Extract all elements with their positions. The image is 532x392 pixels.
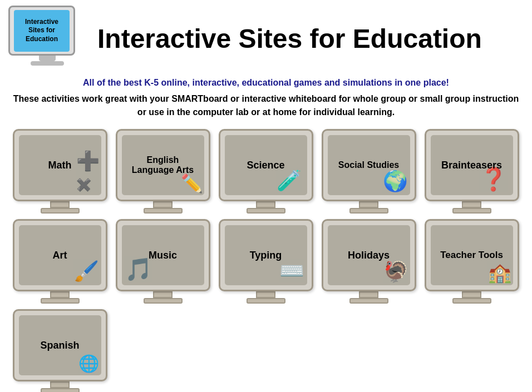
subject-grid: Math ➕✖️ English Language Arts ✏️ Scienc… xyxy=(8,129,524,392)
monitor-body-ela: English Language Arts ✏️ xyxy=(116,129,210,201)
subtitle: All of the best K-5 online, interactive,… xyxy=(8,78,524,88)
label-brainteasers: Brainteasers xyxy=(441,160,502,171)
monitor-base-ela xyxy=(144,208,183,214)
math-icon: ➕✖️ xyxy=(76,150,100,193)
monitor-body-math: Math ➕✖️ xyxy=(13,129,107,201)
label-art: Art xyxy=(53,250,67,261)
ela-icon: ✏️ xyxy=(181,173,203,194)
monitor-base-typing xyxy=(247,298,285,304)
monitor-screen-typing: Typing ⌨️ xyxy=(225,225,307,285)
art-icon: 🖌️ xyxy=(74,260,99,283)
monitor-base-science xyxy=(247,208,285,214)
logo: InteractiveSites forEducation xyxy=(8,6,86,72)
monitor-base-brainteasers xyxy=(452,208,491,214)
logo-monitor: InteractiveSites forEducation xyxy=(8,6,75,56)
monitor-screen-ela: English Language Arts ✏️ xyxy=(122,135,204,195)
monitor-stand-spanish xyxy=(50,381,70,388)
monitor-stand-science xyxy=(256,201,275,208)
monitor-screen-art: Art 🖌️ xyxy=(19,225,101,285)
social-icon: 🌍 xyxy=(383,170,408,193)
subject-art[interactable]: Art 🖌️ xyxy=(11,219,109,304)
subject-math[interactable]: Math ➕✖️ xyxy=(11,129,109,214)
monitor-body-brainteasers: Brainteasers ❓ xyxy=(425,129,519,201)
label-teacher: Teacher Tools xyxy=(440,250,503,261)
label-science: Science xyxy=(247,160,284,171)
monitor-stand-teacher xyxy=(462,291,481,298)
monitor-base-music xyxy=(144,298,183,304)
monitor-screen-music: Music 🎵 xyxy=(122,225,204,285)
subject-brainteasers[interactable]: Brainteasers ❓ xyxy=(423,129,520,214)
subject-science[interactable]: Science 🧪 xyxy=(217,129,314,214)
label-music: Music xyxy=(149,250,177,261)
description: These activities work great with your SM… xyxy=(8,92,524,119)
monitor-body-spanish: Spanish 🌐 xyxy=(13,309,107,381)
monitor-screen-brainteasers: Brainteasers ❓ xyxy=(431,135,513,195)
subject-spanish[interactable]: Spanish 🌐 xyxy=(11,309,109,392)
monitor-body-holidays: Holidays 🦃 xyxy=(322,219,416,291)
logo-base xyxy=(31,61,64,66)
label-spanish: Spanish xyxy=(40,340,79,351)
monitor-body-music: Music 🎵 xyxy=(116,219,210,291)
subject-teacher-tools[interactable]: Teacher Tools 🏫 xyxy=(423,219,520,304)
logo-stand xyxy=(39,56,56,61)
subject-music[interactable]: Music 🎵 xyxy=(114,219,211,304)
subject-english-language-arts[interactable]: English Language Arts ✏️ xyxy=(114,129,211,214)
monitor-screen-teacher: Teacher Tools 🏫 xyxy=(431,225,513,285)
monitor-base-teacher xyxy=(452,298,491,304)
subject-social-studies[interactable]: Social Studies 🌍 xyxy=(320,129,417,214)
monitor-body-teacher: Teacher Tools 🏫 xyxy=(425,219,519,291)
monitor-stand-math xyxy=(50,201,70,208)
monitor-body-science: Science 🧪 xyxy=(219,129,313,201)
header: InteractiveSites forEducation Interactiv… xyxy=(8,6,524,72)
holidays-icon: 🦃 xyxy=(383,260,408,284)
page-title: Interactive Sites for Education xyxy=(97,24,482,54)
spanish-icon: 🌐 xyxy=(78,354,99,373)
label-math: Math xyxy=(48,160,72,171)
monitor-base-art xyxy=(41,298,80,304)
logo-screen: InteractiveSites forEducation xyxy=(14,10,70,52)
monitor-stand-social xyxy=(359,201,378,208)
label-typing: Typing xyxy=(250,250,282,261)
monitor-stand-art xyxy=(50,291,70,298)
monitor-stand-ela xyxy=(153,201,173,208)
monitor-base-spanish xyxy=(41,388,80,392)
subject-holidays[interactable]: Holidays 🦃 xyxy=(320,219,417,304)
science-icon: 🧪 xyxy=(277,169,302,192)
monitor-screen-holidays: Holidays 🦃 xyxy=(328,225,410,285)
monitor-screen-math: Math ➕✖️ xyxy=(19,135,101,195)
monitor-screen-social: Social Studies 🌍 xyxy=(328,135,410,195)
monitor-screen-science: Science 🧪 xyxy=(225,135,307,195)
monitor-screen-spanish: Spanish 🌐 xyxy=(19,315,101,375)
monitor-stand-typing xyxy=(256,291,275,298)
monitor-base-math xyxy=(41,208,80,214)
label-holidays: Holidays xyxy=(348,250,390,261)
monitor-body-art: Art 🖌️ xyxy=(13,219,107,291)
typing-icon: ⌨️ xyxy=(279,259,304,282)
label-ela: English Language Arts xyxy=(126,155,200,175)
monitor-body-typing: Typing ⌨️ xyxy=(219,219,313,291)
monitor-stand-holidays xyxy=(359,291,378,298)
monitor-body-social: Social Studies 🌍 xyxy=(322,129,416,201)
monitor-stand-brainteasers xyxy=(462,201,481,208)
logo-text: InteractiveSites forEducation xyxy=(25,18,58,44)
monitor-stand-music xyxy=(153,291,173,298)
monitor-base-holidays xyxy=(349,298,388,304)
label-social: Social Studies xyxy=(338,160,399,170)
teacher-icon: 🏫 xyxy=(488,261,511,284)
subject-typing[interactable]: Typing ⌨️ xyxy=(217,219,314,304)
monitor-base-social xyxy=(349,208,388,214)
